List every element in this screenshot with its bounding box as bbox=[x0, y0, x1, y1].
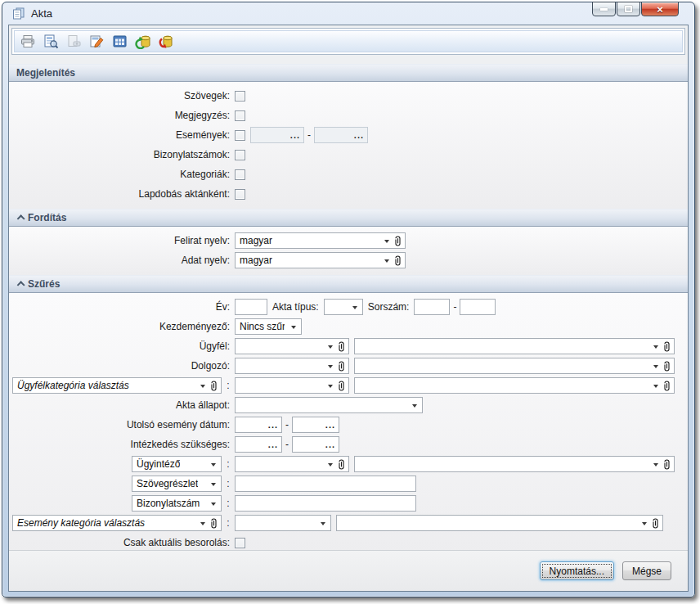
print-preview-button[interactable] bbox=[40, 32, 61, 52]
bizonylatszam-selector-combo[interactable]: Bizonylatszám bbox=[132, 495, 222, 512]
ugyintezo-combo[interactable] bbox=[235, 456, 349, 472]
maximize-icon bbox=[625, 6, 632, 12]
csak-aktualis-label: Csak aktuális besorolás: bbox=[9, 537, 235, 548]
esemeny-kategoria-selector-combo[interactable]: Esemény kategória választás bbox=[12, 515, 222, 531]
paperclip-icon[interactable] bbox=[338, 341, 345, 352]
bizonylatszam-input[interactable] bbox=[235, 495, 416, 512]
dolgozo-name-combo[interactable] bbox=[354, 358, 675, 374]
section-body-display: Szövegek: Megjegyzés: Események: ... - .… bbox=[9, 82, 688, 209]
row-esemeny-kategoria: Esemény kategória választás : bbox=[9, 513, 688, 533]
felirat-nyelv-label: Felirat nyelv: bbox=[9, 235, 235, 246]
dolgozo-label: Dolgozó: bbox=[9, 360, 235, 372]
intezkedes-date-to[interactable]: ... bbox=[292, 436, 339, 453]
form-content: Megjelenítés Szövegek: Megjegyzés: Esemé… bbox=[9, 57, 688, 550]
kezdemenyezo-combo[interactable]: Nincs szűrés bbox=[235, 318, 302, 335]
sorszam-from-input[interactable] bbox=[414, 299, 450, 315]
chevron-down-icon bbox=[653, 463, 658, 467]
akta-allapot-combo[interactable] bbox=[235, 397, 423, 413]
esemeny-kategoria-combo[interactable] bbox=[235, 515, 331, 531]
esemenyek-label: Események: bbox=[9, 129, 235, 141]
paperclip-icon[interactable] bbox=[338, 361, 345, 372]
felirat-nyelv-combo[interactable]: magyar bbox=[235, 232, 406, 249]
paperclip-icon[interactable] bbox=[338, 381, 345, 391]
date-picker-icon[interactable]: ... bbox=[325, 440, 339, 448]
paperclip-icon[interactable] bbox=[663, 341, 671, 352]
minimize-button[interactable] bbox=[592, 2, 616, 16]
szovegek-checkbox[interactable] bbox=[235, 91, 245, 101]
ugyfel-name-combo[interactable] bbox=[354, 338, 675, 354]
table-view-icon bbox=[112, 34, 128, 48]
db-rollback-button[interactable] bbox=[155, 32, 176, 52]
akta-tipus-combo[interactable] bbox=[324, 299, 363, 315]
section-title-filter: Szűrés bbox=[28, 278, 60, 290]
chevron-down-icon bbox=[211, 503, 216, 506]
kategoriak-checkbox[interactable] bbox=[235, 169, 245, 180]
szovegreszlet-selector-combo[interactable]: Szövegrészlet bbox=[132, 476, 222, 492]
date-picker-icon[interactable]: ... bbox=[290, 131, 303, 139]
utolso-esemeny-date-from[interactable]: ... bbox=[235, 417, 282, 433]
ev-input[interactable] bbox=[235, 299, 267, 315]
bizonylatszamok-checkbox[interactable] bbox=[235, 150, 245, 160]
section-body-filter: Év: Akta típus: Sorszám: - Kezdeményező:… bbox=[9, 293, 688, 550]
utolso-esemeny-range-separator: - bbox=[282, 419, 292, 430]
page-setup-button[interactable] bbox=[63, 32, 84, 52]
paperclip-icon[interactable] bbox=[210, 518, 218, 529]
lapdobas-checkbox[interactable] bbox=[235, 189, 245, 200]
paperclip-icon[interactable] bbox=[394, 236, 402, 246]
paperclip-icon[interactable] bbox=[394, 255, 402, 266]
paperclip-icon[interactable] bbox=[663, 459, 671, 470]
toolbar bbox=[14, 30, 683, 52]
db-refresh-button[interactable] bbox=[132, 32, 153, 52]
print-button[interactable] bbox=[17, 32, 38, 52]
row-ugyfelkategoria: Ügyfélkategória választás : bbox=[9, 376, 688, 395]
paperclip-icon[interactable] bbox=[338, 459, 345, 470]
print-submit-button[interactable]: Nyomtatás... bbox=[540, 561, 614, 580]
paperclip-icon[interactable] bbox=[210, 381, 218, 391]
maximize-button[interactable] bbox=[617, 2, 640, 16]
intezkedes-date-from[interactable]: ... bbox=[235, 436, 282, 453]
row-szovegek: Szövegek: bbox=[9, 86, 688, 106]
esemeny-kategoria-ertek-combo[interactable] bbox=[336, 515, 663, 531]
chevron-down-icon bbox=[653, 365, 658, 368]
row-csak-aktualis: Csak aktuális besorolás: bbox=[9, 533, 688, 550]
edit-report-button[interactable] bbox=[86, 32, 107, 52]
ugyintezo-selector-combo[interactable]: Ügyintéző bbox=[132, 456, 222, 472]
collapse-chevron-icon[interactable] bbox=[17, 214, 25, 223]
csak-aktualis-checkbox[interactable] bbox=[235, 538, 245, 548]
table-view-button[interactable] bbox=[109, 32, 130, 52]
colon-separator: : bbox=[222, 380, 235, 391]
paperclip-icon[interactable] bbox=[663, 361, 671, 372]
paperclip-icon[interactable] bbox=[663, 381, 671, 391]
cancel-button[interactable]: Mégse bbox=[622, 561, 671, 580]
section-header-translation[interactable]: Fordítás bbox=[9, 209, 688, 227]
row-utolso-esemeny: Utolsó esemény dátum: ... - ... bbox=[9, 415, 688, 435]
adat-nyelv-combo[interactable]: magyar bbox=[235, 252, 406, 268]
date-picker-icon[interactable]: ... bbox=[325, 421, 339, 429]
sorszam-to-input[interactable] bbox=[460, 299, 496, 315]
utolso-esemeny-date-to[interactable]: ... bbox=[292, 417, 339, 433]
date-picker-icon[interactable]: ... bbox=[268, 440, 281, 448]
ugyfelkategoria-combo[interactable] bbox=[235, 377, 349, 394]
esemenyek-date-from[interactable]: ... bbox=[250, 127, 304, 143]
esemenyek-date-to[interactable]: ... bbox=[314, 127, 368, 143]
intezkedes-range-separator: - bbox=[282, 439, 292, 450]
section-header-filter[interactable]: Szűrés bbox=[9, 275, 688, 293]
ugyintezo-value: Ügyintéző bbox=[137, 458, 180, 470]
szovegek-label: Szövegek: bbox=[9, 90, 235, 101]
ugyfelkategoria-ertek-combo[interactable] bbox=[354, 377, 675, 394]
collapse-chevron-icon[interactable] bbox=[17, 281, 25, 289]
close-button[interactable]: × bbox=[641, 2, 679, 16]
ugyfel-label: Ügyfél: bbox=[9, 340, 235, 352]
megjegyzes-checkbox[interactable] bbox=[235, 110, 245, 121]
adat-nyelv-label: Adat nyelv: bbox=[9, 255, 235, 266]
ugyintezo-name-combo[interactable] bbox=[354, 456, 675, 472]
dolgozo-combo[interactable] bbox=[235, 358, 349, 374]
colon-separator: : bbox=[222, 517, 235, 529]
ugyfel-combo[interactable] bbox=[235, 338, 349, 354]
ugyfelkategoria-selector-combo[interactable]: Ügyfélkategória választás bbox=[12, 377, 222, 394]
esemenyek-checkbox[interactable] bbox=[235, 130, 245, 141]
paperclip-icon[interactable] bbox=[652, 518, 659, 529]
date-picker-icon[interactable]: ... bbox=[354, 131, 367, 139]
date-picker-icon[interactable]: ... bbox=[268, 421, 281, 429]
szovegreszlet-input[interactable] bbox=[235, 476, 416, 492]
